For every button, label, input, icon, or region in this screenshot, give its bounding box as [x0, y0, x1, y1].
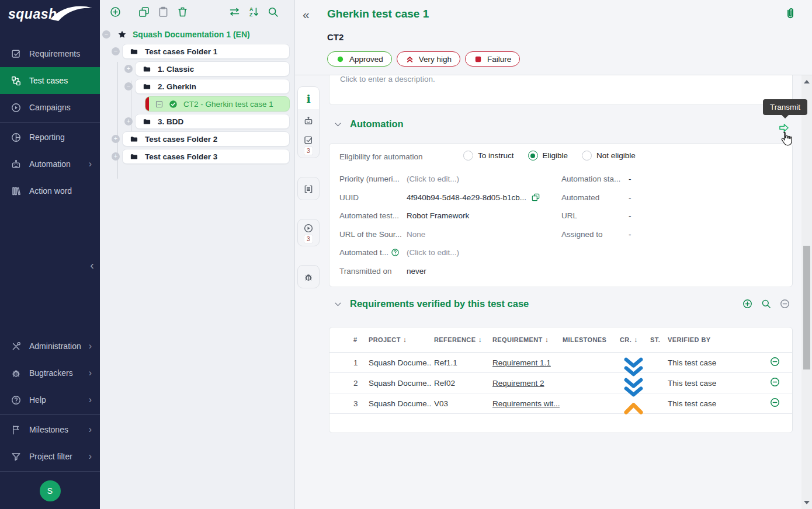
- tab-steps[interactable]: 3: [298, 131, 319, 158]
- tree-toggle[interactable]: −: [112, 47, 120, 55]
- tree-toolbar-button[interactable]: [138, 6, 150, 18]
- tree-node-box[interactable]: 3. BDD: [135, 114, 290, 129]
- sidebar-item[interactable]: Automation ›: [0, 151, 100, 177]
- copy-uuid-button[interactable]: [531, 193, 540, 202]
- sidebar-item[interactable]: Test cases: [0, 67, 100, 94]
- requirement-row[interactable]: 3 Squash Docume... V03 Requirements wit.…: [329, 393, 792, 414]
- unlink-all-button[interactable]: [779, 298, 790, 309]
- chevron-down-icon[interactable]: [334, 121, 342, 128]
- avatar[interactable]: S: [40, 480, 61, 501]
- radio-button[interactable]: [582, 151, 592, 161]
- unlink-requirement-button[interactable]: [769, 397, 780, 408]
- sidebar-item[interactable]: Bugtrackers ›: [0, 360, 100, 386]
- tab-issues[interactable]: [298, 266, 319, 288]
- radio-button[interactable]: [463, 151, 473, 161]
- tree-node-box[interactable]: Test cases Folder 1: [122, 44, 290, 59]
- tree-node-box[interactable]: 2. Gherkin: [135, 79, 290, 94]
- tree-toggle[interactable]: −: [102, 30, 110, 39]
- table-column-header[interactable]: REFERENCE ↓: [431, 336, 490, 344]
- table-column-header[interactable]: CR. ↓: [617, 336, 647, 344]
- tree-node[interactable]: − Test cases Folder 1: [100, 44, 294, 59]
- field-label: Priority (numeri...: [339, 175, 407, 183]
- table-column-header[interactable]: #: [351, 336, 366, 343]
- sidebar-item[interactable]: Help ›: [0, 386, 100, 413]
- requirement-link[interactable]: Requirement 2: [490, 379, 560, 388]
- project-name[interactable]: Squash Documentation 1 (EN): [133, 30, 250, 39]
- radio-button[interactable]: [528, 151, 538, 161]
- requirement-link[interactable]: Requirement 1.1: [490, 358, 560, 367]
- tree-node-box[interactable]: 1. Classic: [135, 61, 290, 76]
- attachments-button[interactable]: [783, 6, 797, 22]
- scrollbar-thumb[interactable]: [803, 246, 810, 369]
- tree-node[interactable]: + 1. Classic: [100, 61, 294, 76]
- tree-toolbar-button[interactable]: AZ: [248, 6, 260, 18]
- unlink-requirement-button[interactable]: [769, 376, 780, 388]
- eligibility-radio-option[interactable]: To instruct: [463, 151, 514, 161]
- tree-toolbar-button[interactable]: [109, 6, 122, 18]
- table-column-header[interactable]: VERIFIED BY: [665, 336, 745, 343]
- field-value[interactable]: None: [407, 230, 425, 239]
- table-column-header[interactable]: ST.: [647, 336, 665, 343]
- scroll-up-arrow[interactable]: [804, 80, 810, 83]
- tree-node[interactable]: + 3. BDD: [100, 114, 294, 129]
- field-value[interactable]: Robot Framework: [407, 211, 469, 220]
- field-value[interactable]: (Click to edit...): [407, 175, 459, 183]
- field-value[interactable]: (Click to edit...): [407, 248, 459, 257]
- search-requirement-button[interactable]: [761, 298, 772, 309]
- requirement-row[interactable]: 2 Squash Docume... Ref02 Requirement 2 T…: [329, 373, 792, 393]
- description-placeholder[interactable]: Click to enter a description.: [340, 75, 782, 83]
- requirement-row[interactable]: 1 Squash Docume... Ref1.1 Requirement 1.…: [329, 353, 792, 373]
- sidebar-item[interactable]: Action word: [0, 177, 100, 204]
- tab-automation[interactable]: [298, 109, 319, 131]
- field-value[interactable]: never: [407, 267, 426, 276]
- status-badge[interactable]: Failure: [465, 51, 520, 67]
- tree-root-project[interactable]: − Squash Documentation 1 (EN): [100, 28, 294, 41]
- sidebar-item[interactable]: Campaigns: [0, 94, 100, 121]
- tree-toolbar-button[interactable]: [176, 6, 189, 18]
- tree-node[interactable]: + Test cases Folder 3: [100, 149, 294, 164]
- tree-toggle[interactable]: +: [112, 135, 120, 143]
- unlink-requirement-button[interactable]: [769, 356, 780, 367]
- sidebar-item[interactable]: Project filter ›: [0, 443, 100, 470]
- requirement-link[interactable]: Requirements wit...: [490, 399, 560, 408]
- table-column-header[interactable]: REQUIREMENT ↓: [490, 336, 560, 344]
- sidebar-item[interactable]: Milestones ›: [0, 416, 100, 443]
- vertical-scrollbar[interactable]: [801, 75, 812, 509]
- scroll-down-arrow[interactable]: [804, 501, 810, 504]
- tree-toggle[interactable]: +: [124, 65, 133, 73]
- table-column-header[interactable]: MILESTONES: [560, 336, 617, 343]
- tab-information[interactable]: i: [298, 87, 319, 109]
- tree-toolbar-button[interactable]: [157, 6, 169, 18]
- tree-node-box[interactable]: Test cases Folder 3: [122, 149, 290, 164]
- sidebar-item[interactable]: Administration ›: [0, 333, 100, 360]
- eligibility-radio-option[interactable]: Not eligible: [582, 151, 636, 161]
- eligibility-radio-option[interactable]: Eligible: [528, 151, 568, 161]
- tree-toggle[interactable]: +: [124, 117, 133, 125]
- link-requirement-button[interactable]: [742, 298, 753, 309]
- squash-logo[interactable]: squash: [0, 0, 100, 28]
- sidebar-collapse-button[interactable]: ‹: [90, 259, 94, 271]
- sidebar-item[interactable]: Reporting: [0, 124, 100, 151]
- sidebar-item[interactable]: Requirements: [0, 40, 100, 67]
- description-card[interactable]: Click to enter a description.: [329, 75, 793, 105]
- field-value[interactable]: 4f940b94-5d48-4e29-8d05-b1cb...: [407, 193, 540, 202]
- tab-executions[interactable]: 3: [298, 219, 319, 246]
- tree-toolbar-button[interactable]: [267, 6, 279, 18]
- collapse-panel-button[interactable]: «: [303, 8, 310, 22]
- tree-toolbar-button[interactable]: [228, 6, 241, 18]
- status-badge[interactable]: Very high: [397, 51, 460, 67]
- tab-parameters[interactable]: [298, 177, 319, 200]
- tree-node-box[interactable]: Test cases Folder 2: [122, 131, 290, 147]
- tree-node-box[interactable]: CT2 - Gherkin test case 1: [145, 96, 290, 111]
- chevron-down-icon[interactable]: [334, 301, 342, 308]
- tree-toggle[interactable]: +: [112, 152, 120, 161]
- collapse-square-icon[interactable]: [155, 100, 164, 109]
- transmit-button[interactable]: [778, 122, 790, 134]
- tree-toggle[interactable]: −: [124, 82, 133, 90]
- help-icon[interactable]: [391, 248, 400, 257]
- tree-node[interactable]: − 2. Gherkin: [100, 79, 294, 94]
- tree-node[interactable]: + Test cases Folder 2: [100, 131, 294, 147]
- status-badge[interactable]: Approved: [327, 51, 392, 67]
- tree-node[interactable]: CT2 - Gherkin test case 1: [100, 96, 294, 111]
- table-column-header[interactable]: PROJECT ↓: [366, 336, 431, 344]
